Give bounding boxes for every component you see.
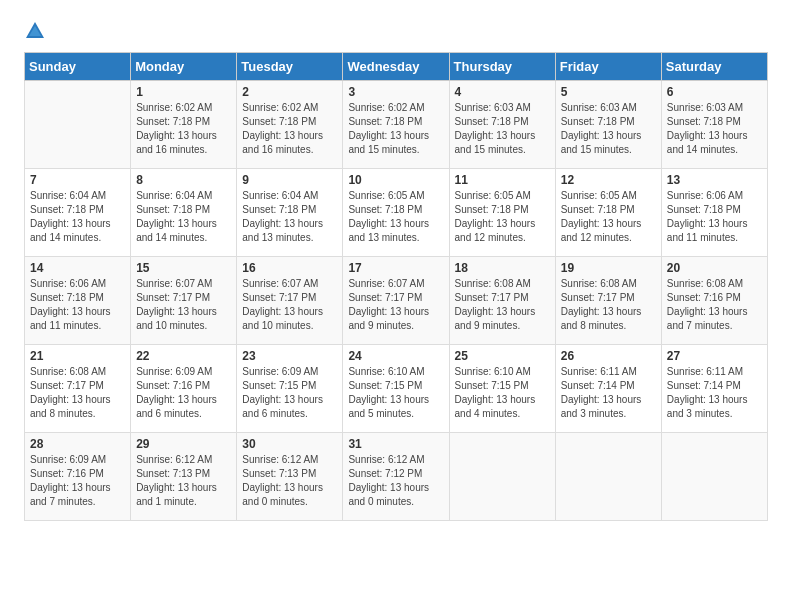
calendar-week-row: 7Sunrise: 6:04 AM Sunset: 7:18 PM Daylig… <box>25 169 768 257</box>
day-number: 24 <box>348 349 443 363</box>
header-cell-friday: Friday <box>555 53 661 81</box>
day-info: Sunrise: 6:07 AM Sunset: 7:17 PM Dayligh… <box>242 277 337 333</box>
header <box>24 20 768 42</box>
day-number: 12 <box>561 173 656 187</box>
day-info: Sunrise: 6:02 AM Sunset: 7:18 PM Dayligh… <box>136 101 231 157</box>
calendar-header-row: SundayMondayTuesdayWednesdayThursdayFrid… <box>25 53 768 81</box>
day-number: 14 <box>30 261 125 275</box>
day-info: Sunrise: 6:05 AM Sunset: 7:18 PM Dayligh… <box>561 189 656 245</box>
logo-icon <box>24 20 46 42</box>
calendar-week-row: 14Sunrise: 6:06 AM Sunset: 7:18 PM Dayli… <box>25 257 768 345</box>
day-number: 22 <box>136 349 231 363</box>
calendar-cell: 17Sunrise: 6:07 AM Sunset: 7:17 PM Dayli… <box>343 257 449 345</box>
day-number: 25 <box>455 349 550 363</box>
day-number: 30 <box>242 437 337 451</box>
calendar-cell <box>25 81 131 169</box>
day-info: Sunrise: 6:09 AM Sunset: 7:15 PM Dayligh… <box>242 365 337 421</box>
header-cell-thursday: Thursday <box>449 53 555 81</box>
calendar-cell <box>449 433 555 521</box>
day-number: 5 <box>561 85 656 99</box>
day-number: 4 <box>455 85 550 99</box>
calendar-cell: 12Sunrise: 6:05 AM Sunset: 7:18 PM Dayli… <box>555 169 661 257</box>
calendar-cell: 31Sunrise: 6:12 AM Sunset: 7:12 PM Dayli… <box>343 433 449 521</box>
calendar-cell: 28Sunrise: 6:09 AM Sunset: 7:16 PM Dayli… <box>25 433 131 521</box>
day-number: 6 <box>667 85 762 99</box>
day-number: 10 <box>348 173 443 187</box>
calendar-cell: 7Sunrise: 6:04 AM Sunset: 7:18 PM Daylig… <box>25 169 131 257</box>
day-number: 15 <box>136 261 231 275</box>
calendar-cell: 27Sunrise: 6:11 AM Sunset: 7:14 PM Dayli… <box>661 345 767 433</box>
day-info: Sunrise: 6:10 AM Sunset: 7:15 PM Dayligh… <box>455 365 550 421</box>
calendar-cell: 11Sunrise: 6:05 AM Sunset: 7:18 PM Dayli… <box>449 169 555 257</box>
day-info: Sunrise: 6:04 AM Sunset: 7:18 PM Dayligh… <box>242 189 337 245</box>
calendar-cell: 30Sunrise: 6:12 AM Sunset: 7:13 PM Dayli… <box>237 433 343 521</box>
header-cell-saturday: Saturday <box>661 53 767 81</box>
day-info: Sunrise: 6:07 AM Sunset: 7:17 PM Dayligh… <box>136 277 231 333</box>
calendar-cell <box>555 433 661 521</box>
day-number: 17 <box>348 261 443 275</box>
day-number: 28 <box>30 437 125 451</box>
calendar-cell: 2Sunrise: 6:02 AM Sunset: 7:18 PM Daylig… <box>237 81 343 169</box>
day-info: Sunrise: 6:10 AM Sunset: 7:15 PM Dayligh… <box>348 365 443 421</box>
calendar-cell: 1Sunrise: 6:02 AM Sunset: 7:18 PM Daylig… <box>131 81 237 169</box>
calendar-cell: 29Sunrise: 6:12 AM Sunset: 7:13 PM Dayli… <box>131 433 237 521</box>
day-number: 19 <box>561 261 656 275</box>
calendar-body: 1Sunrise: 6:02 AM Sunset: 7:18 PM Daylig… <box>25 81 768 521</box>
day-number: 21 <box>30 349 125 363</box>
day-number: 18 <box>455 261 550 275</box>
header-cell-wednesday: Wednesday <box>343 53 449 81</box>
day-info: Sunrise: 6:04 AM Sunset: 7:18 PM Dayligh… <box>30 189 125 245</box>
day-info: Sunrise: 6:09 AM Sunset: 7:16 PM Dayligh… <box>30 453 125 509</box>
calendar-cell: 5Sunrise: 6:03 AM Sunset: 7:18 PM Daylig… <box>555 81 661 169</box>
calendar-cell: 6Sunrise: 6:03 AM Sunset: 7:18 PM Daylig… <box>661 81 767 169</box>
day-number: 9 <box>242 173 337 187</box>
day-info: Sunrise: 6:04 AM Sunset: 7:18 PM Dayligh… <box>136 189 231 245</box>
calendar-week-row: 28Sunrise: 6:09 AM Sunset: 7:16 PM Dayli… <box>25 433 768 521</box>
day-info: Sunrise: 6:03 AM Sunset: 7:18 PM Dayligh… <box>667 101 762 157</box>
day-number: 26 <box>561 349 656 363</box>
calendar-week-row: 21Sunrise: 6:08 AM Sunset: 7:17 PM Dayli… <box>25 345 768 433</box>
day-number: 16 <box>242 261 337 275</box>
calendar-cell: 9Sunrise: 6:04 AM Sunset: 7:18 PM Daylig… <box>237 169 343 257</box>
header-cell-sunday: Sunday <box>25 53 131 81</box>
calendar-cell: 14Sunrise: 6:06 AM Sunset: 7:18 PM Dayli… <box>25 257 131 345</box>
calendar-cell: 20Sunrise: 6:08 AM Sunset: 7:16 PM Dayli… <box>661 257 767 345</box>
day-info: Sunrise: 6:08 AM Sunset: 7:17 PM Dayligh… <box>455 277 550 333</box>
day-info: Sunrise: 6:02 AM Sunset: 7:18 PM Dayligh… <box>242 101 337 157</box>
day-number: 20 <box>667 261 762 275</box>
calendar-cell: 13Sunrise: 6:06 AM Sunset: 7:18 PM Dayli… <box>661 169 767 257</box>
calendar-cell: 23Sunrise: 6:09 AM Sunset: 7:15 PM Dayli… <box>237 345 343 433</box>
day-info: Sunrise: 6:08 AM Sunset: 7:16 PM Dayligh… <box>667 277 762 333</box>
day-info: Sunrise: 6:11 AM Sunset: 7:14 PM Dayligh… <box>667 365 762 421</box>
day-info: Sunrise: 6:05 AM Sunset: 7:18 PM Dayligh… <box>348 189 443 245</box>
calendar-cell: 22Sunrise: 6:09 AM Sunset: 7:16 PM Dayli… <box>131 345 237 433</box>
day-info: Sunrise: 6:07 AM Sunset: 7:17 PM Dayligh… <box>348 277 443 333</box>
header-cell-tuesday: Tuesday <box>237 53 343 81</box>
day-info: Sunrise: 6:06 AM Sunset: 7:18 PM Dayligh… <box>30 277 125 333</box>
day-number: 13 <box>667 173 762 187</box>
day-info: Sunrise: 6:03 AM Sunset: 7:18 PM Dayligh… <box>455 101 550 157</box>
day-info: Sunrise: 6:08 AM Sunset: 7:17 PM Dayligh… <box>561 277 656 333</box>
header-cell-monday: Monday <box>131 53 237 81</box>
calendar-cell: 19Sunrise: 6:08 AM Sunset: 7:17 PM Dayli… <box>555 257 661 345</box>
calendar-table: SundayMondayTuesdayWednesdayThursdayFrid… <box>24 52 768 521</box>
day-info: Sunrise: 6:09 AM Sunset: 7:16 PM Dayligh… <box>136 365 231 421</box>
day-number: 1 <box>136 85 231 99</box>
day-info: Sunrise: 6:03 AM Sunset: 7:18 PM Dayligh… <box>561 101 656 157</box>
calendar-cell: 15Sunrise: 6:07 AM Sunset: 7:17 PM Dayli… <box>131 257 237 345</box>
day-info: Sunrise: 6:05 AM Sunset: 7:18 PM Dayligh… <box>455 189 550 245</box>
calendar-cell: 8Sunrise: 6:04 AM Sunset: 7:18 PM Daylig… <box>131 169 237 257</box>
calendar-cell: 4Sunrise: 6:03 AM Sunset: 7:18 PM Daylig… <box>449 81 555 169</box>
calendar-cell <box>661 433 767 521</box>
day-info: Sunrise: 6:11 AM Sunset: 7:14 PM Dayligh… <box>561 365 656 421</box>
day-number: 8 <box>136 173 231 187</box>
calendar-cell: 24Sunrise: 6:10 AM Sunset: 7:15 PM Dayli… <box>343 345 449 433</box>
day-number: 27 <box>667 349 762 363</box>
calendar-cell: 16Sunrise: 6:07 AM Sunset: 7:17 PM Dayli… <box>237 257 343 345</box>
day-info: Sunrise: 6:08 AM Sunset: 7:17 PM Dayligh… <box>30 365 125 421</box>
day-number: 23 <box>242 349 337 363</box>
day-info: Sunrise: 6:12 AM Sunset: 7:13 PM Dayligh… <box>136 453 231 509</box>
calendar-cell: 3Sunrise: 6:02 AM Sunset: 7:18 PM Daylig… <box>343 81 449 169</box>
day-info: Sunrise: 6:12 AM Sunset: 7:12 PM Dayligh… <box>348 453 443 509</box>
day-number: 2 <box>242 85 337 99</box>
